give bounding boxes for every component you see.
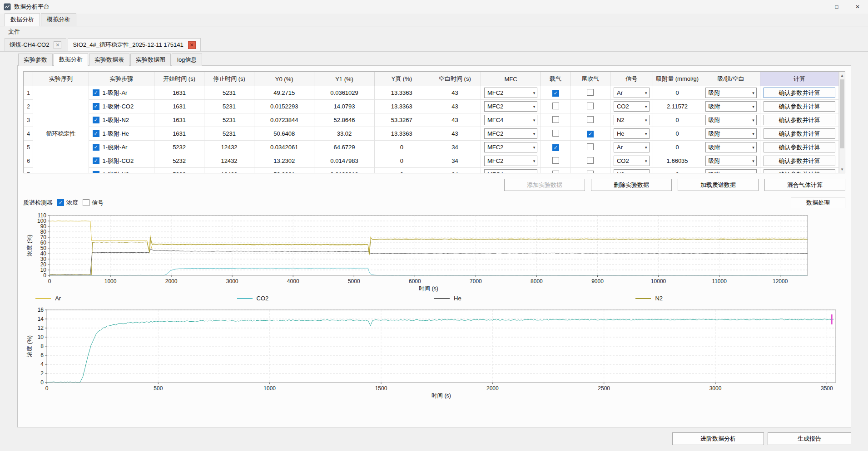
mode-select[interactable]: 吸附▾ [705, 169, 757, 173]
cell-blank-time: 43 [429, 100, 481, 113]
signal-checkbox[interactable] [83, 199, 89, 206]
doc-tab-close-icon[interactable]: ✕ [54, 41, 61, 49]
signal-select[interactable]: CO2▾ [614, 101, 650, 112]
mode-select[interactable]: 吸附▾ [705, 156, 757, 166]
confirm-calc-button[interactable]: 确认参数并计算 [764, 169, 835, 173]
confirm-calc-button[interactable]: 确认参数并计算 [764, 128, 835, 139]
mfc-select[interactable]: MFC2▾ [484, 88, 537, 98]
tab-simulation-analysis[interactable]: 模拟分析 [41, 13, 76, 26]
tail-gas-checkbox[interactable] [587, 157, 594, 164]
mfc-select[interactable]: MFC4▾ [484, 115, 537, 125]
doc-tab-1[interactable]: SIO2_4#_循环稳定性_2025-12-11 175141✕ [68, 38, 200, 51]
col-header-9: MFC [481, 72, 541, 86]
close-button[interactable]: ✕ [847, 0, 868, 14]
signal-select[interactable]: Ar▾ [614, 88, 650, 98]
row-select-checkbox[interactable]: ✓ [93, 157, 99, 164]
confirm-calc-button[interactable]: 确认参数并计算 [764, 142, 835, 152]
cell-tail-gas-checkbox [570, 113, 610, 127]
step-inner: ✓1-吸附-N2 [90, 116, 154, 124]
tab-experiment-data-chart[interactable]: 实验数据图 [130, 54, 171, 66]
mfc-select[interactable]: MFC2▾ [484, 156, 537, 166]
mode-select[interactable]: 吸附▾ [705, 101, 757, 112]
step-cell: ✓1-脱附-N2 [89, 168, 154, 174]
mfc-select-value: MFC2 [487, 103, 533, 110]
legend-line-icon [635, 298, 651, 299]
cell-adsorption-amount: 1.66035 [653, 154, 702, 168]
row-select-checkbox[interactable]: ✓ [93, 103, 99, 110]
mode-select[interactable]: 吸附▾ [705, 128, 757, 139]
mode-select-value: 吸附 [709, 171, 753, 174]
svg-text:浓度 (%): 浓度 (%) [26, 335, 33, 357]
minimize-button[interactable]: ─ [805, 0, 826, 14]
ms-concentration-chart-zoom: 0246810121416050010001500200025003000350… [23, 307, 846, 400]
signal-select[interactable]: Ar▾ [614, 142, 650, 152]
load-ms-data-button[interactable]: 加载质谱数据 [678, 179, 759, 191]
svg-text:1000: 1000 [104, 278, 117, 284]
signal-select[interactable]: N2▾ [614, 169, 650, 173]
doc-tab-0[interactable]: 烟煤-CH4-CO2✕ [5, 38, 66, 51]
cell-y1-value: 0.0147983 [314, 154, 374, 168]
data-process-button[interactable]: 数据处理 [791, 197, 845, 208]
mode-select[interactable]: 吸附▾ [705, 88, 757, 98]
carrier-gas-checkbox[interactable] [552, 103, 559, 109]
signal-select[interactable]: CO2▾ [614, 156, 650, 166]
row-select-checkbox[interactable]: ✓ [93, 171, 99, 173]
mfc-select[interactable]: MFC2▾ [484, 142, 537, 152]
scrollbar-thumb[interactable] [840, 79, 844, 148]
legend-label: CO2 [257, 295, 269, 302]
cell-signal-select: Ar▾ [610, 141, 653, 154]
delete-experiment-data-button[interactable]: 删除实验数据 [591, 179, 672, 191]
tab-log-info[interactable]: log信息 [172, 54, 202, 66]
cell-mode-select: 吸附▾ [702, 100, 760, 113]
tail-gas-checkbox[interactable] [587, 171, 594, 174]
mode-select[interactable]: 吸附▾ [705, 115, 757, 125]
scroll-up-arrow-icon[interactable]: ▲ [839, 72, 845, 78]
maximize-button[interactable]: □ [826, 0, 847, 14]
row-select-checkbox[interactable]: ✓ [93, 117, 99, 123]
tab-data-analysis-sub[interactable]: 数据分析 [54, 53, 88, 66]
tail-gas-checkbox[interactable] [587, 103, 594, 109]
confirm-calc-button[interactable]: 确认参数并计算 [764, 156, 835, 166]
carrier-gas-checkbox[interactable] [552, 157, 559, 164]
mfc-select[interactable]: MFC4▾ [484, 169, 537, 173]
doc-tab-close-icon[interactable]: ✕ [188, 41, 196, 49]
menu-file[interactable]: 文件 [5, 27, 23, 37]
tail-gas-checkbox[interactable]: ✓ [587, 131, 594, 137]
chevron-down-icon: ▾ [645, 91, 647, 95]
tail-gas-checkbox[interactable] [587, 89, 594, 96]
carrier-gas-checkbox[interactable] [552, 171, 559, 174]
tab-data-analysis[interactable]: 数据分析 [5, 13, 40, 26]
generate-report-button[interactable]: 生成报告 [768, 432, 851, 445]
mode-select[interactable]: 吸附▾ [705, 142, 757, 152]
mfc-select[interactable]: MFC2▾ [484, 128, 537, 139]
cell-calc: 确认参数并计算 [760, 86, 838, 100]
scroll-down-arrow-icon[interactable]: ▼ [839, 166, 845, 172]
window-controls: ─ □ ✕ [805, 0, 868, 14]
tail-gas-checkbox[interactable] [587, 143, 594, 150]
row-select-checkbox[interactable]: ✓ [93, 130, 99, 137]
tab-experiment-data-table[interactable]: 实验数据表 [89, 54, 129, 66]
signal-select[interactable]: N2▾ [614, 115, 650, 125]
confirm-calc-button[interactable]: 确认参数并计算 [764, 101, 835, 112]
carrier-gas-checkbox[interactable] [552, 116, 559, 123]
tab-experiment-params[interactable]: 实验参数 [18, 54, 53, 66]
tail-gas-checkbox[interactable] [587, 116, 594, 123]
row-select-checkbox[interactable]: ✓ [93, 89, 99, 96]
advanced-analysis-button[interactable]: 进阶数据分析 [672, 432, 764, 445]
chevron-down-icon: ▾ [533, 104, 536, 109]
signal-select[interactable]: He▾ [614, 128, 650, 139]
svg-text:50: 50 [40, 245, 47, 251]
step-inner: ✓1-脱附-N2 [90, 171, 154, 174]
confirm-calc-button[interactable]: 确认参数并计算 [764, 88, 835, 98]
row-select-checkbox[interactable]: ✓ [93, 144, 99, 151]
chevron-down-icon: ▾ [533, 145, 536, 150]
mfc-select[interactable]: MFC2▾ [484, 101, 537, 112]
confirm-calc-button[interactable]: 确认参数并计算 [764, 115, 835, 125]
carrier-gas-checkbox[interactable]: ✓ [552, 90, 559, 97]
svg-text:4: 4 [40, 361, 44, 368]
carrier-gas-checkbox[interactable]: ✓ [552, 144, 559, 151]
table-vertical-scrollbar[interactable]: ▲ ▼ [839, 72, 845, 173]
carrier-gas-checkbox[interactable] [552, 130, 559, 137]
mixed-gas-calc-button[interactable]: 混合气体计算 [764, 179, 845, 191]
concentration-checkbox[interactable]: ✓ [57, 199, 64, 206]
